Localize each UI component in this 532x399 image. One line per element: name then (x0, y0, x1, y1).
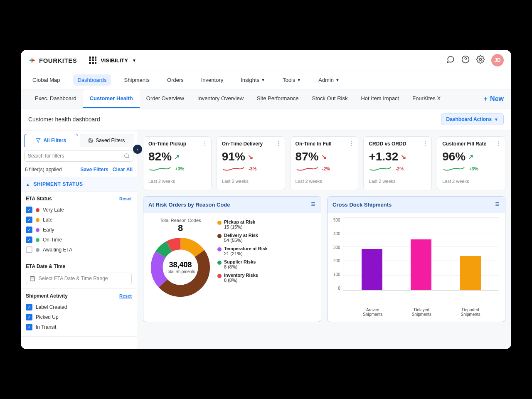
trend-arrow-icon: ↘ (401, 153, 406, 161)
brand-mark-icon (28, 57, 36, 64)
y-tick: 500 (333, 218, 340, 222)
subtab-site-performance[interactable]: Site Performance (250, 89, 305, 108)
chat-icon[interactable] (446, 55, 455, 65)
dashboard-actions-button[interactable]: Dashboard Actions ▼ (441, 113, 504, 125)
sidebar-collapse-handle[interactable]: ‹ (133, 145, 142, 154)
sparkline-icon (222, 165, 245, 172)
filter-label: Early (43, 227, 54, 233)
filter-label: Very Late (43, 207, 64, 213)
subtab-customer-health[interactable]: Customer Health (83, 89, 140, 108)
panel-title: Cross Dock Shipments (332, 202, 392, 208)
checkbox[interactable]: ✓ (26, 304, 32, 310)
trend-arrow-icon: ↗ (174, 153, 180, 161)
more-icon[interactable]: ⋮ (349, 140, 355, 147)
chevron-down-icon: ▼ (494, 117, 498, 122)
subtab-fourkites-x[interactable]: FourKites X (406, 89, 447, 108)
checkbox[interactable]: ✓ (26, 314, 32, 320)
y-tick: 0 (333, 286, 340, 291)
nav-item-inventory[interactable]: Inventory (197, 74, 227, 86)
filter-eta-date: ETA Date & Time Select ETA Date & Time R… (21, 259, 137, 289)
sparkline-icon (148, 165, 172, 172)
filters-count: 6 filter(s) applied (25, 167, 76, 172)
legend-item: Delivery at Risk54 (55%) (217, 233, 268, 243)
tab-saved-filters[interactable]: Saved Filters (80, 134, 134, 147)
svg-point-8 (125, 154, 128, 158)
checkbox[interactable]: ✓ (26, 236, 32, 243)
trend-arrow-icon: ↗ (468, 153, 473, 161)
subtab-stock-out-risk[interactable]: Stock Out Risk (305, 89, 355, 108)
reset-eta-status[interactable]: Reset (119, 196, 132, 201)
topbar: FOURKITES VISIBILITY ▼ JD (21, 50, 511, 71)
bar[interactable] (460, 256, 481, 290)
legend-value: 54 (55%) (224, 238, 258, 243)
y-tick: 100 (333, 272, 340, 277)
subtab-inventory-overview[interactable]: Inventory Overview (191, 89, 250, 108)
settings-icon[interactable] (476, 55, 485, 65)
list-icon[interactable] (309, 201, 316, 209)
bar[interactable] (362, 249, 382, 290)
total-reason-codes-label: Total Reason Codes (160, 218, 201, 223)
kpi-period: Last 2 weeks (222, 176, 280, 184)
app-switcher[interactable]: VISIBILITY ▼ (89, 57, 136, 64)
nav-item-tools[interactable]: Tools▼ (278, 74, 305, 86)
more-icon[interactable]: ⋮ (276, 140, 281, 147)
checkbox[interactable]: ✓ (26, 207, 32, 213)
subtab-order-overview[interactable]: Order Overview (140, 89, 191, 108)
checkbox[interactable]: ✓ (26, 227, 32, 233)
filter-icon (36, 138, 41, 143)
legend-label: Supplier Risks (224, 259, 256, 264)
sparkline-icon (369, 165, 392, 172)
nav-item-shipments[interactable]: Shipments (120, 74, 154, 86)
nav-item-admin[interactable]: Admin▼ (314, 74, 344, 86)
checkbox[interactable]: ✓ (26, 324, 32, 330)
subtab-exec-dashboard[interactable]: Exec. Dashboard (28, 89, 83, 108)
nav-item-orders[interactable]: Orders (163, 74, 188, 86)
filter-search-input[interactable] (24, 150, 133, 162)
help-icon[interactable] (461, 55, 470, 65)
kpi-value: 87% ↘ (296, 150, 353, 163)
filter-item: ✓Very Late (26, 205, 132, 215)
checkbox[interactable]: ✓ (26, 217, 32, 223)
kpi-card: On-Time Delivery⋮91% ↘-3%Last 2 weeks (217, 136, 285, 190)
checkbox[interactable]: ✓ (26, 246, 32, 253)
new-tab-button[interactable]: +New (484, 95, 504, 103)
more-icon[interactable]: ⋮ (496, 140, 502, 147)
filter-eta-status: ETA Status Reset ✓Very Late✓Late✓Early✓O… (21, 192, 137, 259)
panel-row: At Risk Orders by Reason Code Total Reas… (143, 196, 505, 322)
kpi-period: Last 2 weeks (442, 176, 500, 184)
eta-date-range-input[interactable]: Select ETA Date & Time Range (26, 273, 132, 284)
kpi-delta: -2% (322, 166, 330, 171)
more-icon[interactable]: ⋮ (202, 140, 208, 147)
reset-shipment-activity[interactable]: Reset (119, 293, 132, 298)
plus-icon: + (484, 95, 488, 103)
legend-label: Pickup at Risk (224, 219, 255, 224)
more-icon[interactable]: ⋮ (422, 140, 428, 147)
sparkline-icon (442, 165, 466, 172)
filter-item: ✓Early (26, 225, 132, 235)
filter-shipment-activity: Shipment Activity Reset ✓Label Created✓P… (21, 289, 137, 337)
brand-logo[interactable]: FOURKITES (28, 57, 77, 64)
avatar[interactable]: JD (491, 54, 504, 66)
kpi-card: CRDD vs ORDD⋮+1.32 ↘-2%Last 2 weeks (363, 136, 432, 190)
donut-chart: 38,408 Total Shipments (149, 236, 212, 298)
panel-title: At Risk Orders by Reason Code (148, 202, 230, 208)
kpi-title: Customer Fill Rate (442, 141, 500, 147)
tab-all-filters[interactable]: All Filters (24, 134, 78, 147)
section-shipment-status[interactable]: ▲ SHIPMENT STATUS (21, 177, 137, 192)
panel-cross-dock: Cross Dock Shipments 5004003002001000 Ar… (327, 196, 505, 322)
subtabs: Exec. DashboardCustomer HealthOrder Over… (21, 89, 511, 108)
bar[interactable] (411, 239, 431, 290)
app-switcher-label: VISIBILITY (101, 57, 128, 64)
legend-swatch (217, 247, 222, 251)
nav-item-dashboards[interactable]: Dashboards (73, 74, 111, 86)
subtab-hot-item-impact[interactable]: Hot Item Impact (354, 89, 406, 108)
list-icon[interactable] (493, 201, 500, 209)
nav-item-insights[interactable]: Insights▼ (236, 74, 269, 86)
kpi-title: On-Time In Full (296, 141, 353, 147)
filter-item: ✓Awaiting ETA (26, 245, 132, 255)
save-filters-link[interactable]: Save Filters (80, 167, 108, 172)
clear-all-link[interactable]: Clear All (113, 167, 133, 172)
nav-item-global-map[interactable]: Global Map (28, 74, 64, 86)
legend-item: Supplier Risks8 (8%) (217, 259, 268, 269)
kpi-title: On-Time Pickup (148, 141, 206, 147)
